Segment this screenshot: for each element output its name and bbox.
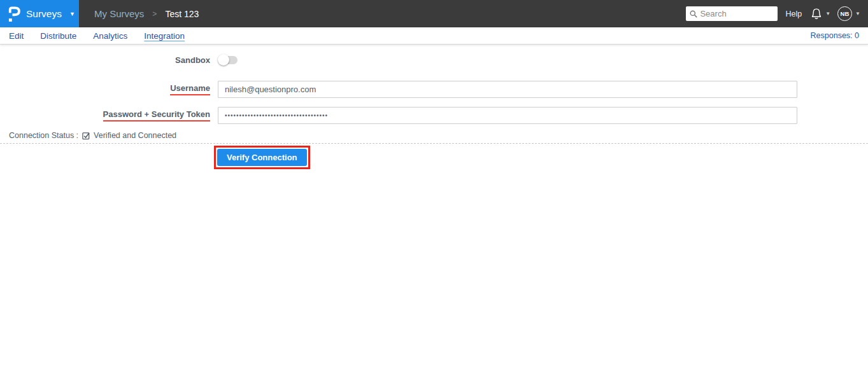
account-menu[interactable]: NB ▼ — [837, 6, 860, 21]
search-box[interactable] — [686, 6, 778, 21]
password-row: Password + Security Token — [0, 107, 868, 124]
username-field-wrap — [218, 81, 797, 98]
chevron-down-icon: ▼ — [69, 11, 75, 17]
tab-distribute[interactable]: Distribute — [40, 31, 76, 41]
avatar: NB — [837, 6, 852, 21]
section-divider — [0, 143, 868, 144]
questionpro-logo-icon — [8, 5, 20, 23]
username-row: Username — [0, 81, 868, 98]
password-input[interactable] — [218, 107, 797, 124]
notifications-menu[interactable]: ▼ — [811, 8, 830, 20]
search-input[interactable] — [700, 9, 774, 18]
integration-settings-panel: Sandbox Username Password + Security Tok… — [0, 45, 868, 169]
password-field-wrap — [218, 107, 797, 124]
username-label-wrap: Username — [0, 83, 210, 95]
product-label: Surveys — [26, 8, 62, 20]
connection-status-row: Connection Status : Verified and Connect… — [0, 131, 868, 140]
annotation-highlight-box: Verify Connection — [214, 146, 310, 169]
tab-edit[interactable]: Edit — [9, 31, 24, 41]
product-switcher[interactable]: Surveys ▼ — [0, 0, 79, 27]
survey-tabbar: Edit Distribute Analytics Integration Re… — [0, 27, 868, 45]
sandbox-row: Sandbox — [0, 54, 868, 66]
breadcrumb-separator-icon: > — [152, 10, 157, 18]
checkbox-checked-icon — [82, 132, 90, 140]
tab-integration[interactable]: Integration — [144, 31, 185, 41]
connection-status-label: Connection Status : — [9, 131, 78, 140]
search-icon — [690, 10, 697, 18]
chevron-down-icon: ▼ — [825, 11, 830, 17]
tab-analytics[interactable]: Analytics — [93, 31, 127, 41]
chevron-down-icon: ▼ — [855, 11, 860, 17]
connection-status-value: Verified and Connected — [94, 131, 176, 140]
sandbox-toggle[interactable] — [218, 56, 238, 64]
breadcrumb-current-survey: Test 123 — [165, 9, 199, 19]
verify-button-row: Verify Connection — [0, 146, 868, 169]
username-input[interactable] — [218, 81, 797, 98]
verify-connection-button[interactable]: Verify Connection — [217, 149, 307, 166]
username-label: Username — [170, 83, 210, 95]
bell-icon — [811, 8, 822, 20]
top-navbar: Surveys ▼ My Surveys > Test 123 Help ▼ N… — [0, 0, 868, 27]
breadcrumb: My Surveys > Test 123 — [94, 8, 199, 19]
password-label: Password + Security Token — [103, 109, 210, 121]
breadcrumb-my-surveys[interactable]: My Surveys — [94, 8, 144, 19]
password-label-wrap: Password + Security Token — [0, 109, 210, 121]
help-link[interactable]: Help — [785, 10, 802, 18]
sandbox-label: Sandbox — [0, 55, 210, 65]
toggle-knob — [218, 54, 229, 66]
responses-count-link[interactable]: Responses: 0 — [811, 31, 859, 40]
